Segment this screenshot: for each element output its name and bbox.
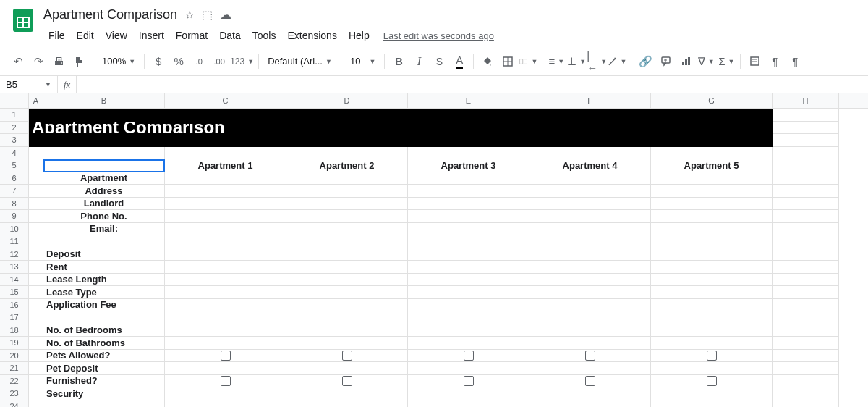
cell-A4[interactable] — [29, 147, 43, 160]
cell-B17[interactable] — [43, 311, 165, 324]
checkbox[interactable] — [585, 376, 595, 386]
sheets-logo[interactable] — [9, 6, 38, 35]
cell-F4[interactable] — [529, 147, 651, 160]
cell-B21[interactable]: Pet Deposit — [43, 362, 165, 375]
cell-F22[interactable] — [529, 375, 651, 388]
cell-F7[interactable] — [529, 185, 651, 198]
cell-C21[interactable] — [165, 362, 286, 375]
cell-H17[interactable] — [773, 311, 839, 324]
cell-B1[interactable] — [43, 109, 165, 122]
cell-H18[interactable] — [773, 324, 839, 337]
toolbar-btn-3[interactable]: ¶ — [786, 52, 804, 71]
cell-D3[interactable] — [286, 134, 408, 147]
cell-F21[interactable] — [529, 362, 651, 375]
cell-G4[interactable] — [651, 147, 773, 160]
cell-A21[interactable] — [29, 362, 43, 375]
bold-button[interactable]: B — [389, 52, 408, 71]
cell-D8[interactable] — [286, 198, 408, 211]
cell-F19[interactable] — [529, 337, 651, 350]
cell-G12[interactable] — [651, 248, 773, 261]
cell-D4[interactable] — [286, 147, 408, 160]
row-header-3[interactable]: 3 — [0, 134, 29, 147]
cell-C13[interactable] — [165, 261, 286, 274]
cell-E17[interactable] — [408, 311, 529, 324]
cell-B15[interactable]: Lease Type — [43, 286, 165, 299]
cell-F11[interactable] — [529, 235, 651, 248]
move-icon[interactable]: ⬚ — [202, 8, 213, 22]
cell-D16[interactable] — [286, 299, 408, 312]
cell-B22[interactable]: Furnished? — [43, 375, 165, 388]
cell-H15[interactable] — [773, 286, 839, 299]
col-header-F[interactable]: F — [529, 93, 651, 108]
cell-D24[interactable] — [286, 400, 408, 408]
cell-B10[interactable]: Email: — [43, 223, 165, 236]
cell-B24[interactable] — [43, 400, 165, 408]
cell-H10[interactable] — [773, 223, 839, 236]
cell-E12[interactable] — [408, 248, 529, 261]
redo-button[interactable]: ↷ — [29, 52, 48, 71]
cell-E18[interactable] — [408, 324, 529, 337]
row-header-9[interactable]: 9 — [0, 210, 29, 223]
col-header-C[interactable]: C — [165, 93, 286, 108]
percent-button[interactable]: % — [169, 52, 188, 71]
sheet-title[interactable]: Apartment Comparison — [29, 122, 773, 135]
text-color-button[interactable]: A — [450, 52, 469, 71]
row-header-13[interactable]: 13 — [0, 261, 29, 274]
cell-E3[interactable] — [408, 134, 529, 147]
align-button[interactable]: ≡▼ — [547, 52, 566, 71]
cell-E24[interactable] — [408, 400, 529, 408]
cell-B7[interactable]: Address — [43, 185, 165, 198]
name-box[interactable]: B5▼ — [0, 76, 58, 93]
cell-B4[interactable] — [43, 147, 165, 160]
italic-button[interactable]: I — [409, 52, 428, 71]
comment-button[interactable] — [656, 52, 675, 71]
menu-extensions[interactable]: Extensions — [282, 27, 341, 44]
row-header-11[interactable]: 11 — [0, 235, 29, 248]
toolbar-btn-2[interactable]: ¶ — [765, 52, 784, 71]
valign-button[interactable]: ⊥▼ — [567, 52, 586, 71]
row-header-8[interactable]: 8 — [0, 198, 29, 211]
cell-F20[interactable] — [529, 350, 651, 363]
cell-B3[interactable] — [43, 134, 165, 147]
cell-C23[interactable] — [165, 387, 286, 400]
cell-G1[interactable] — [651, 109, 773, 122]
cell-E9[interactable] — [408, 210, 529, 223]
cell-D12[interactable] — [286, 248, 408, 261]
menu-insert[interactable]: Insert — [134, 27, 169, 44]
checkbox[interactable] — [221, 376, 231, 386]
menu-view[interactable]: View — [101, 27, 132, 44]
cell-D1[interactable] — [286, 109, 408, 122]
cell-H11[interactable] — [773, 235, 839, 248]
cell-G3[interactable] — [651, 134, 773, 147]
cell-D14[interactable] — [286, 274, 408, 287]
cell-D10[interactable] — [286, 223, 408, 236]
cell-A6[interactable] — [29, 172, 43, 185]
cell-E22[interactable] — [408, 375, 529, 388]
more-formats-button[interactable]: 123▼ — [230, 52, 254, 71]
cell-H7[interactable] — [773, 185, 839, 198]
row-header-12[interactable]: 12 — [0, 248, 29, 261]
cell-H12[interactable] — [773, 248, 839, 261]
col-header-E[interactable]: E — [408, 93, 529, 108]
cell-B8[interactable]: Landlord — [43, 198, 165, 211]
font-size-select[interactable]: 10▼ — [346, 56, 380, 67]
cell-D23[interactable] — [286, 387, 408, 400]
cell-H4[interactable] — [773, 147, 839, 160]
cell-C14[interactable] — [165, 274, 286, 287]
col-header-A[interactable]: A — [29, 93, 43, 108]
cell-G11[interactable] — [651, 235, 773, 248]
cell-F15[interactable] — [529, 286, 651, 299]
cell-F6[interactable] — [529, 172, 651, 185]
cell-E11[interactable] — [408, 235, 529, 248]
row-header-21[interactable]: 21 — [0, 362, 29, 375]
cell-B18[interactable]: No. of Bedrooms — [43, 324, 165, 337]
cell-C8[interactable] — [165, 198, 286, 211]
cell-H24[interactable] — [773, 400, 839, 408]
cell-C3[interactable] — [165, 134, 286, 147]
checkbox[interactable] — [221, 351, 231, 361]
cell-G18[interactable] — [651, 324, 773, 337]
row-header-2[interactable]: 2 — [0, 122, 29, 135]
cell-H1[interactable] — [773, 109, 839, 122]
cell-G14[interactable] — [651, 274, 773, 287]
cell-H21[interactable] — [773, 362, 839, 375]
